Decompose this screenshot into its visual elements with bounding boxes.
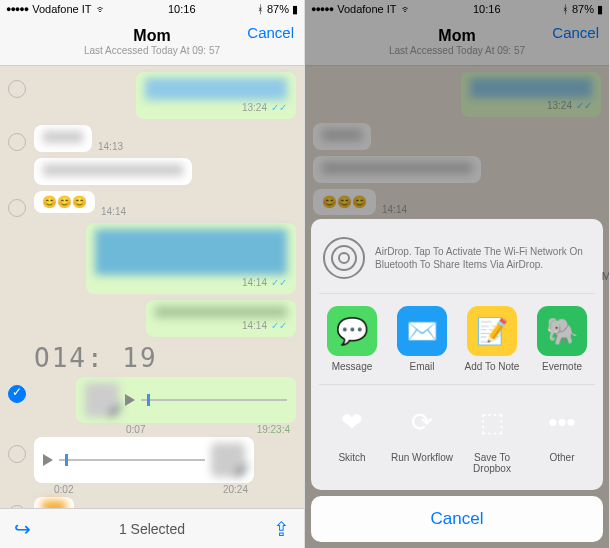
app-label: Evernote bbox=[529, 361, 595, 372]
edge-more-label: M bbox=[602, 270, 610, 282]
message-row[interactable]: 13:24✓✓ bbox=[8, 72, 296, 119]
voice-track[interactable] bbox=[59, 459, 205, 461]
voice-message-row[interactable]: 🎤 0:07 19:23:4 bbox=[8, 377, 296, 423]
other-icon: ••• bbox=[537, 397, 587, 447]
app-label: Email bbox=[389, 361, 455, 372]
voice-duration: 0:07 bbox=[126, 424, 145, 435]
airdrop-icon bbox=[323, 237, 365, 279]
action-workflow[interactable]: ⟳ Run Workflow bbox=[389, 397, 455, 474]
select-radio[interactable] bbox=[8, 80, 26, 98]
mic-icon: 🎤 bbox=[234, 463, 249, 477]
carrier-label: Vodafone IT bbox=[32, 3, 91, 15]
evernote-icon: 🐘 bbox=[537, 306, 587, 356]
message-row[interactable] bbox=[8, 497, 296, 508]
action-skitch[interactable]: ❤ Skitch bbox=[319, 397, 385, 474]
voice-message-row[interactable]: 🎤 0:02 20:24 bbox=[8, 437, 296, 483]
wifi-icon: ᯤ bbox=[401, 3, 412, 15]
battery-pct: 87% bbox=[572, 3, 594, 15]
read-ticks-icon: ✓✓ bbox=[271, 102, 287, 113]
share-actions-row[interactable]: ❤ Skitch ⟳ Run Workflow ⬚ Save To Dropbo… bbox=[319, 384, 595, 478]
select-radio[interactable] bbox=[8, 445, 26, 463]
msg-time: 19:23:4 bbox=[257, 424, 290, 435]
forward-icon[interactable]: ↪ bbox=[14, 517, 31, 541]
play-icon[interactable] bbox=[125, 394, 135, 406]
status-time: 10:16 bbox=[168, 3, 196, 15]
select-radio[interactable] bbox=[8, 133, 26, 151]
chat-list[interactable]: 13:24✓✓ 14:13 😊😊😊 14:14 14:14✓✓ bbox=[0, 66, 304, 508]
msg-time: 14:14 bbox=[242, 277, 267, 288]
message-row[interactable]: 14:14✓✓ bbox=[8, 223, 296, 294]
action-other[interactable]: ••• Other bbox=[529, 397, 595, 474]
share-app-email[interactable]: ✉️ Email bbox=[389, 306, 455, 372]
timestamp-overlay: O14: 19 bbox=[34, 343, 296, 373]
signal-dots: ●●●●● bbox=[311, 4, 333, 14]
message-row[interactable]: 14:14✓✓ bbox=[8, 300, 296, 337]
mic-icon: 🎤 bbox=[108, 403, 123, 417]
share-app-evernote[interactable]: 🐘 Evernote bbox=[529, 306, 595, 372]
sheet-cancel-button[interactable]: Cancel bbox=[311, 496, 603, 542]
signal-dots: ●●●●● bbox=[6, 4, 28, 14]
msg-time: 14:13 bbox=[98, 141, 123, 152]
voice-track[interactable] bbox=[141, 399, 287, 401]
status-bar: ●●●●● Vodafone IT ᯤ 10:16 ᚼ 87% ▮ bbox=[0, 0, 304, 18]
msg-time: 20:24 bbox=[223, 484, 248, 495]
right-screen: ●●●●● Vodafone IT ᯤ 10:16 ᚼ 87% ▮ Mom La… bbox=[305, 0, 610, 548]
message-icon: 💬 bbox=[327, 306, 377, 356]
selection-toolbar: ↪ 1 Selected ⇪ bbox=[0, 508, 304, 548]
app-label: Add To Note bbox=[459, 361, 525, 372]
message-row[interactable]: 14:13 bbox=[8, 125, 296, 152]
message-row[interactable] bbox=[8, 158, 296, 185]
msg-time: 14:14 bbox=[101, 206, 126, 217]
chat-title: Mom bbox=[133, 27, 170, 45]
select-radio[interactable] bbox=[8, 199, 26, 217]
play-icon[interactable] bbox=[43, 454, 53, 466]
notes-icon: 📝 bbox=[467, 306, 517, 356]
share-app-notes[interactable]: 📝 Add To Note bbox=[459, 306, 525, 372]
left-screen: ●●●●● Vodafone IT ᯤ 10:16 ᚼ 87% ▮ Mom La… bbox=[0, 0, 305, 548]
cancel-button[interactable]: Cancel bbox=[552, 24, 599, 41]
cancel-button[interactable]: Cancel bbox=[247, 24, 294, 41]
voice-thumbnail: 🎤 bbox=[211, 443, 245, 477]
airdrop-text: AirDrop. Tap To Activate The Wi-Fi Netwo… bbox=[375, 245, 591, 271]
action-label: Skitch bbox=[319, 452, 385, 463]
read-ticks-icon: ✓✓ bbox=[271, 320, 287, 331]
bluetooth-icon: ᚼ bbox=[257, 3, 264, 15]
bluetooth-icon: ᚼ bbox=[562, 3, 569, 15]
last-accessed: Last Accessed Today At 09: 57 bbox=[389, 45, 525, 56]
workflow-icon: ⟳ bbox=[397, 397, 447, 447]
read-ticks-icon: ✓✓ bbox=[271, 277, 287, 288]
last-accessed: Last Accessed Today At 09: 57 bbox=[84, 45, 220, 56]
action-dropbox[interactable]: ⬚ Save To Dropbox bbox=[459, 397, 525, 474]
status-time: 10:16 bbox=[473, 3, 501, 15]
battery-icon: ▮ bbox=[597, 3, 603, 16]
nav-bar: Mom Last Accessed Today At 09: 57 Cancel bbox=[305, 18, 609, 66]
nav-bar: Mom Last Accessed Today At 09: 57 Cancel bbox=[0, 18, 304, 66]
share-app-message[interactable]: 💬 Message bbox=[319, 306, 385, 372]
action-label: Run Workflow bbox=[389, 452, 455, 463]
voice-thumbnail: 🎤 bbox=[85, 383, 119, 417]
voice-duration: 0:02 bbox=[54, 484, 73, 495]
wifi-icon: ᯤ bbox=[96, 3, 107, 15]
status-bar: ●●●●● Vodafone IT ᯤ 10:16 ᚼ 87% ▮ bbox=[305, 0, 609, 18]
email-icon: ✉️ bbox=[397, 306, 447, 356]
app-label: Message bbox=[319, 361, 385, 372]
msg-time: 14:14 bbox=[242, 320, 267, 331]
battery-pct: 87% bbox=[267, 3, 289, 15]
battery-icon: ▮ bbox=[292, 3, 298, 16]
message-row[interactable]: 😊😊😊 14:14 bbox=[8, 191, 296, 217]
action-label: Other bbox=[529, 452, 595, 463]
share-sheet: AirDrop. Tap To Activate The Wi-Fi Netwo… bbox=[305, 213, 609, 548]
action-label: Save To Dropbox bbox=[459, 452, 525, 474]
share-apps-row[interactable]: 💬 Message ✉️ Email 📝 Add To Note 🐘 Evern… bbox=[319, 294, 595, 376]
select-radio-checked[interactable] bbox=[8, 385, 26, 403]
selected-count: 1 Selected bbox=[119, 521, 185, 537]
msg-time: 13:24 bbox=[242, 102, 267, 113]
share-icon[interactable]: ⇪ bbox=[273, 517, 290, 541]
skitch-icon: ❤ bbox=[327, 397, 377, 447]
chat-title: Mom bbox=[438, 27, 475, 45]
carrier-label: Vodafone IT bbox=[337, 3, 396, 15]
airdrop-row[interactable]: AirDrop. Tap To Activate The Wi-Fi Netwo… bbox=[319, 231, 595, 294]
dropbox-icon: ⬚ bbox=[467, 397, 517, 447]
